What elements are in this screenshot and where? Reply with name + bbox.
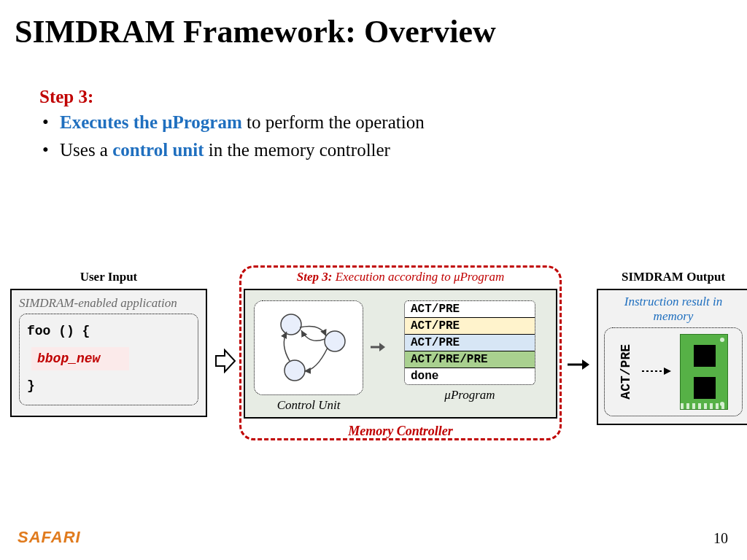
code-block: foo () { bbop_new }	[19, 314, 198, 405]
svg-point-3	[285, 360, 305, 381]
svg-marker-9	[664, 368, 671, 375]
user-input-header: User Input	[80, 270, 138, 284]
mc-caption-bold: Step 3:	[297, 270, 333, 284]
code-open: foo () {	[27, 320, 190, 343]
bullet-1: Executes the μProgram to perform the ope…	[39, 109, 747, 136]
memory-controller-box: Control Unit ACT/PRE ACT/PRE ACT/PRE ACT…	[244, 289, 557, 419]
output-inner: ACT/PRE	[604, 327, 743, 416]
bullet-1-rest: to perform the operation	[242, 112, 425, 132]
arrow-icon	[214, 349, 236, 376]
small-arrow-icon	[369, 339, 387, 375]
uprog-row-3: ACT/PRE/PRE	[405, 351, 535, 368]
state-machine-icon	[255, 301, 364, 396]
step-label: Step 3:	[39, 87, 747, 107]
uprogram-label: μProgram	[444, 388, 495, 402]
user-input-box: SIMDRAM-enabled application foo () { bbo…	[10, 289, 207, 417]
actpre-label: ACT/PRE	[619, 344, 633, 400]
uprog-row-4: done	[405, 368, 535, 384]
memory-controller-label: Memory Controller	[244, 424, 557, 439]
code-highlight: bbop_new	[31, 347, 129, 371]
user-input-panel: User Input SIMDRAM-enabled application f…	[10, 270, 207, 417]
uprog-row-0: ACT/PRE	[405, 301, 535, 318]
svg-marker-0	[216, 350, 235, 372]
uprogram-box: ACT/PRE ACT/PRE ACT/PRE ACT/PRE/PRE done	[404, 300, 535, 385]
footer-logo: SAFARI	[18, 528, 81, 547]
uprog-row-2: ACT/PRE	[405, 335, 535, 351]
uprog-row-1: ACT/PRE	[405, 318, 535, 335]
bullet-2-hl: control unit	[112, 140, 204, 160]
bullet-2-pre: Uses a	[60, 140, 112, 160]
svg-marker-5	[379, 343, 385, 351]
bullet-2-post: in the memory controller	[204, 140, 390, 160]
page-number: 10	[713, 530, 728, 547]
mc-caption: Step 3: Execution according to μProgram	[244, 270, 557, 284]
app-title: SIMDRAM-enabled application	[19, 296, 198, 311]
output-title: Instruction result in memory	[604, 295, 743, 323]
memory-controller-panel: Step 3: Execution according to μProgram	[244, 270, 557, 419]
diagram-row: User Input SIMDRAM-enabled application f…	[10, 270, 737, 425]
code-close: }	[27, 375, 190, 397]
arrow-black-icon	[568, 355, 589, 377]
control-unit-box	[254, 300, 363, 395]
mc-caption-rest: Execution according to μProgram	[332, 270, 504, 284]
output-header: SIMDRAM Output	[622, 270, 725, 284]
body-text: Step 3: Executes the μProgram to perform…	[0, 50, 747, 163]
dotted-arrow-icon	[640, 365, 673, 380]
memory-module-icon	[680, 334, 728, 410]
bullet-1-lead: Executes the μProgram	[60, 112, 242, 132]
svg-marker-7	[582, 359, 589, 370]
control-unit-label: Control Unit	[277, 398, 341, 413]
bullet-2: Uses a control unit in the memory contro…	[39, 136, 747, 164]
output-box: Instruction result in memory ACT/PRE	[597, 289, 747, 425]
svg-point-1	[281, 314, 301, 335]
output-panel: SIMDRAM Output Instruction result in mem…	[597, 270, 747, 425]
slide-title: SIMDRAM Framework: Overview	[0, 0, 747, 50]
